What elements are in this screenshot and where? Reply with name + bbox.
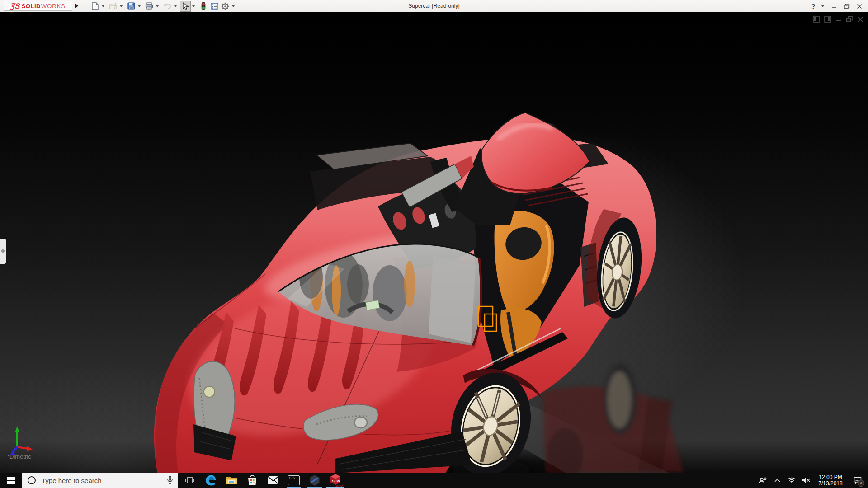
task-view-icon (185, 476, 194, 484)
volume-muted-icon[interactable] (801, 473, 811, 488)
undo-icon (163, 3, 171, 10)
select-dropdown-caret[interactable] (191, 1, 196, 12)
logo-text-works: WORKS (41, 3, 66, 9)
command-prompt-button[interactable]: C:\_ (283, 473, 304, 488)
minimize-icon (831, 4, 837, 9)
menu-flyout-arrow-icon[interactable] (75, 3, 78, 9)
open-dropdown-caret[interactable] (118, 1, 124, 12)
start-button[interactable] (0, 473, 22, 488)
restore-icon (844, 4, 850, 9)
solidworks-2017-button[interactable]: S W 2017 (325, 473, 346, 488)
svg-text:W: W (337, 479, 340, 483)
options-dropdown-caret[interactable] (231, 1, 236, 12)
task-view-button[interactable] (179, 473, 200, 488)
windows-logo-icon (7, 477, 15, 484)
screen: ƷS SOLID WORKS (0, 0, 868, 488)
file-explorer-icon (226, 475, 237, 485)
options-gear-icon (221, 2, 229, 10)
app-minimize-button[interactable] (828, 1, 840, 12)
help-button[interactable]: ? (807, 1, 819, 12)
open-button[interactable] (108, 1, 118, 12)
people-button[interactable] (758, 473, 768, 488)
system-tray: 12:00 PM 7/13/2018 3 (758, 473, 868, 488)
logo-text-solid: SOLID (22, 3, 41, 9)
close-icon (857, 4, 862, 9)
save-dropdown-caret[interactable] (137, 1, 142, 12)
tray-time: 12:00 PM (816, 474, 845, 480)
wifi-icon[interactable] (787, 473, 797, 488)
select-cursor-icon (182, 2, 189, 10)
file-properties-button[interactable] (209, 1, 220, 12)
clock[interactable]: 12:00 PM 7/13/2018 (816, 474, 845, 487)
edge-icon (205, 474, 217, 486)
action-center-button[interactable]: 3 (850, 473, 865, 488)
store-button[interactable] (242, 473, 263, 488)
hexagon-app-icon (309, 474, 321, 486)
tray-date: 7/13/2018 (816, 480, 845, 487)
new-document-button[interactable] (90, 1, 100, 12)
solidworks-app-icon: S W 2017 (330, 474, 341, 487)
microphone-icon[interactable] (167, 476, 173, 486)
graphics-viewport[interactable]: *Dimetric (0, 12, 868, 473)
print-icon (145, 2, 153, 10)
app-titlebar: ƷS SOLID WORKS (0, 0, 868, 12)
notification-badge: 3 (858, 480, 864, 487)
rebuild-stoplight-icon (201, 2, 206, 10)
edge-button[interactable] (200, 473, 221, 488)
app-close-button[interactable] (854, 1, 865, 12)
help-dropdown-caret[interactable] (820, 1, 826, 12)
file-explorer-button[interactable] (221, 473, 242, 488)
options-button[interactable] (220, 1, 231, 12)
tray-overflow-chevron[interactable] (772, 473, 782, 488)
solidworks-logo[interactable]: ƷS SOLID WORKS (4, 1, 72, 11)
select-tool-button[interactable] (180, 1, 191, 12)
windows-taskbar: C:\_ S W (0, 473, 868, 488)
print-button[interactable] (144, 1, 155, 12)
command-prompt-icon: C:\_ (288, 475, 300, 485)
new-dropdown-caret[interactable] (100, 1, 106, 12)
mail-icon (267, 476, 279, 485)
mail-button[interactable] (263, 473, 283, 488)
save-icon (127, 2, 135, 10)
new-document-icon (91, 2, 99, 10)
print-dropdown-caret[interactable] (155, 1, 160, 12)
save-button[interactable] (126, 1, 137, 12)
hexagon-app-button[interactable] (304, 473, 325, 488)
view-orientation-label: *Dimetric (7, 453, 31, 460)
search-input[interactable] (22, 473, 178, 488)
orientation-triad (9, 426, 33, 456)
cortana-icon (28, 476, 36, 484)
taskbar-search[interactable] (22, 473, 178, 488)
rebuild-button[interactable] (198, 1, 209, 12)
svg-text:S: S (332, 479, 335, 483)
store-icon (247, 475, 258, 486)
undo-dropdown-caret[interactable] (173, 1, 178, 12)
app-restore-button[interactable] (841, 1, 853, 12)
supercar-3d-model (0, 12, 868, 473)
file-properties-icon (211, 3, 218, 10)
undo-button[interactable] (162, 1, 173, 12)
ds-logo-mark: ƷS (10, 2, 21, 10)
open-folder-icon (109, 3, 118, 10)
